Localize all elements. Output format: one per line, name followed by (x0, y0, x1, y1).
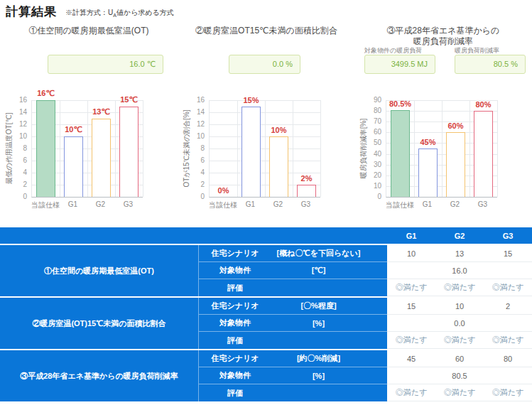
value-cell: 15 (484, 245, 532, 262)
unit-cell-empty (271, 279, 387, 296)
value-cell-merged: 16.0 (387, 262, 532, 279)
y-tick-label: 0 (178, 193, 205, 201)
x-category-label: G1 (413, 200, 441, 208)
gridline (265, 100, 266, 197)
result-value-box-reduction-rate: 80.5 % (455, 55, 526, 74)
y-tick-label: 50 (354, 139, 381, 147)
value-cell: 10 (435, 298, 484, 315)
y-tick-label: 2 (0, 180, 27, 189)
bar-当該仕様 (36, 100, 55, 197)
bar-当該仕様 (391, 110, 410, 197)
chart-title: ③平成28年省エネ基準からの暖房負荷削減率 (354, 26, 532, 47)
y-tick-label: 12 (0, 120, 27, 129)
bar-G2 (269, 136, 288, 197)
y-tick-label: 6 (0, 156, 27, 165)
chart-plot-area: 80.5%45%60%80% (386, 100, 497, 198)
x-category-label: G2 (264, 200, 292, 208)
bar-G1 (241, 107, 261, 198)
chart-title: ②暖房室温OT15℃未満の面積比割合 (178, 26, 355, 36)
y-tick-label: 10 (0, 132, 27, 141)
bar-value-label: 2% (301, 174, 313, 183)
value-cell: 80 (484, 350, 532, 367)
y-tick-label: 20 (354, 171, 381, 180)
results-table: G1 G2 G3 ①住空間の暖房期最低室温(OT) 住宅シナリオ [概ね〇℃を下… (0, 227, 532, 401)
x-category-label: 当該仕様 (209, 200, 237, 210)
x-category-label: G2 (87, 200, 114, 208)
row-label-target: 対象物件 (199, 315, 271, 332)
row-label-evaluation: 評価 (199, 279, 271, 296)
y-tick-label: 14 (0, 108, 27, 117)
unit-cell-empty (271, 384, 387, 401)
y-tick-label: 10 (354, 182, 381, 190)
x-axis-categories: 当該仕様G1G2G3 (31, 200, 142, 210)
evaluation-cell: ◎満たす (387, 332, 435, 349)
y-tick-label: 40 (354, 150, 381, 158)
gridline (497, 100, 498, 197)
y-tick-label: 4 (178, 168, 205, 177)
table-header-g2: G2 (435, 227, 484, 244)
unit-cell-empty (271, 332, 387, 349)
y-tick-label: 12 (178, 120, 205, 129)
y-tick-label: 10 (178, 132, 205, 141)
y-tick-label: 2 (178, 180, 205, 189)
bar-G1 (418, 148, 438, 197)
bar-value-label: 15% (243, 96, 259, 104)
x-category-label: G3 (114, 200, 142, 208)
y-tick-label: 60 (354, 128, 381, 136)
note-prefix: ※計算方式：U (65, 9, 113, 16)
x-category-label: G2 (441, 200, 469, 208)
evaluation-cell: ◎満たす (484, 279, 532, 296)
result-value-box-min-temp: 16.0 ℃ (48, 55, 163, 74)
table-header-empty (0, 227, 387, 244)
bar-G3 (119, 107, 139, 198)
value-cell-merged: 0.0 (387, 315, 532, 332)
gridline (60, 100, 60, 197)
table-category-min-room-temp: ①住空間の暖房期最低室温(OT) (0, 245, 199, 296)
evaluation-cell: ◎満たす (387, 279, 435, 296)
gridline (469, 100, 470, 197)
y-tick-label: 16 (178, 96, 205, 104)
y-tick-label: 90 (354, 96, 381, 104)
page-header: 計算結果 ※計算方式：UA値から求める方式 (6, 4, 174, 20)
y-tick-label: 30 (354, 161, 381, 169)
row-label-evaluation: 評価 (199, 332, 271, 349)
bar-value-label: 16℃ (37, 89, 55, 98)
evaluation-cell: ◎満たす (387, 384, 435, 401)
gridline (414, 100, 415, 197)
page-title: 計算結果 (6, 4, 57, 20)
bar-value-label: 13℃ (92, 107, 110, 117)
y-tick-label: 80 (354, 107, 381, 115)
row-label-scenario: 住宅シナリオ (199, 245, 271, 262)
value-cell: 10 (387, 245, 435, 262)
gridline (320, 100, 321, 197)
evaluation-cell: ◎満たす (484, 384, 532, 401)
table-category-load-reduction: ③平成28年省エネ基準からの暖房負荷削減率 (0, 350, 199, 401)
bar-value-label: 80.5% (389, 99, 411, 108)
value-cell: 45 (387, 350, 435, 367)
y-tick-label: 8 (0, 144, 27, 153)
gridline (115, 100, 116, 197)
gridline (293, 100, 293, 197)
bar-G2 (92, 119, 111, 198)
gridline (143, 100, 143, 197)
note-suffix: 値から求める方式 (116, 9, 174, 16)
x-category-label: G1 (237, 200, 264, 208)
bar-chart-min-room-temp: 最低の作用温度OT[℃] 16℃10℃13℃15℃ 当該仕様G1G2G3 024… (0, 92, 178, 225)
x-axis-categories: 当該仕様G1G2G3 (209, 200, 320, 210)
unit-cell: [%] (271, 367, 387, 384)
calc-method-note: ※計算方式：UA値から求める方式 (65, 8, 174, 20)
chart-title: ①住空間の暖房期最低室温(OT) (0, 26, 178, 36)
value-cell: 2 (484, 298, 532, 315)
result-value-box-area-ratio: 0.0 % (229, 55, 300, 74)
evaluation-cell: ◎満たす (435, 384, 484, 401)
gridline (87, 100, 88, 197)
x-axis-categories: 当該仕様G1G2G3 (386, 200, 496, 210)
row-label-scenario: 住宅シナリオ (199, 298, 271, 315)
bar-G1 (64, 136, 83, 197)
value-cell: 60 (435, 350, 484, 367)
chart-plot-area: 0%15%10%2% (209, 100, 320, 198)
unit-cell: [℃] (271, 262, 387, 279)
table-header-g1: G1 (387, 227, 435, 244)
unit-cell: [約〇%削減] (271, 350, 387, 367)
row-label-target: 対象物件 (199, 367, 271, 384)
